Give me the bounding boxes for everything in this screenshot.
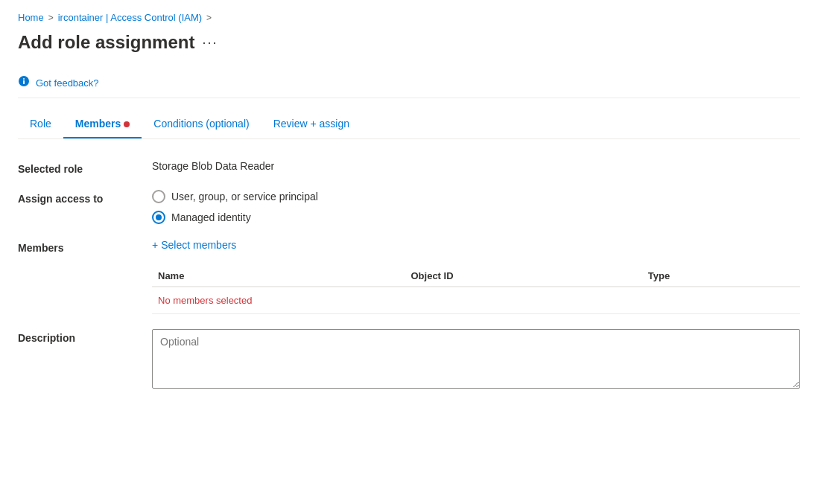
feedback-text[interactable]: Got feedback? (36, 77, 99, 89)
page-title: Add role assignment (18, 32, 194, 53)
tabs-bar: Role Members Conditions (optional) Revie… (18, 110, 800, 139)
tab-members[interactable]: Members (63, 110, 142, 138)
tab-review[interactable]: Review + assign (261, 110, 361, 138)
radio-user-group-label: User, group, or service principal (171, 191, 318, 202)
select-members-plus: + (152, 239, 158, 251)
radio-user-group-input[interactable] (152, 190, 165, 203)
assign-access-label: Assign access to (18, 190, 152, 205)
table-header-row: Name Object ID Type (152, 266, 800, 287)
form-section: Selected role Storage Blob Data Reader A… (18, 160, 800, 389)
col-object-id-header: Object ID (405, 266, 642, 287)
radio-checked-dot (156, 214, 162, 220)
col-type-header: Type (642, 266, 800, 287)
radio-managed-identity-input[interactable] (152, 211, 165, 224)
radio-option-managed-identity[interactable]: Managed identity (152, 211, 800, 224)
radio-option-user-group[interactable]: User, group, or service principal (152, 190, 800, 203)
table-row: No members selected (152, 287, 800, 314)
members-table: Name Object ID Type No members selected (152, 266, 800, 314)
breadcrumb-resource[interactable]: ircontainer | Access Control (IAM) (58, 12, 202, 23)
members-label: Members (18, 239, 152, 254)
members-form-cell: + Select members Name Object ID Type No … (152, 239, 800, 314)
members-dot (124, 121, 130, 127)
description-label: Description (18, 329, 152, 344)
feedback-bar[interactable]: Got feedback? (18, 68, 800, 98)
selected-role-value: Storage Blob Data Reader (152, 160, 800, 172)
selected-role-label: Selected role (18, 160, 152, 175)
tab-conditions[interactable]: Conditions (optional) (142, 110, 261, 138)
select-members-link[interactable]: + Select members (152, 239, 800, 251)
breadcrumb-separator-1: > (48, 13, 54, 23)
breadcrumb-home[interactable]: Home (18, 12, 44, 23)
page-title-row: Add role assignment ··· (18, 32, 800, 53)
no-members-cell: No members selected (152, 287, 800, 314)
breadcrumb: Home > ircontainer | Access Control (IAM… (18, 12, 800, 23)
description-input[interactable] (152, 329, 800, 389)
col-name-header: Name (152, 266, 405, 287)
select-members-text: Select members (161, 239, 236, 251)
radio-managed-identity-label: Managed identity (171, 211, 251, 223)
assign-access-options: User, group, or service principal Manage… (152, 190, 800, 224)
breadcrumb-separator-2: > (206, 13, 212, 23)
tab-role[interactable]: Role (18, 110, 63, 138)
more-options-icon[interactable]: ··· (202, 35, 218, 51)
feedback-icon (18, 75, 30, 90)
